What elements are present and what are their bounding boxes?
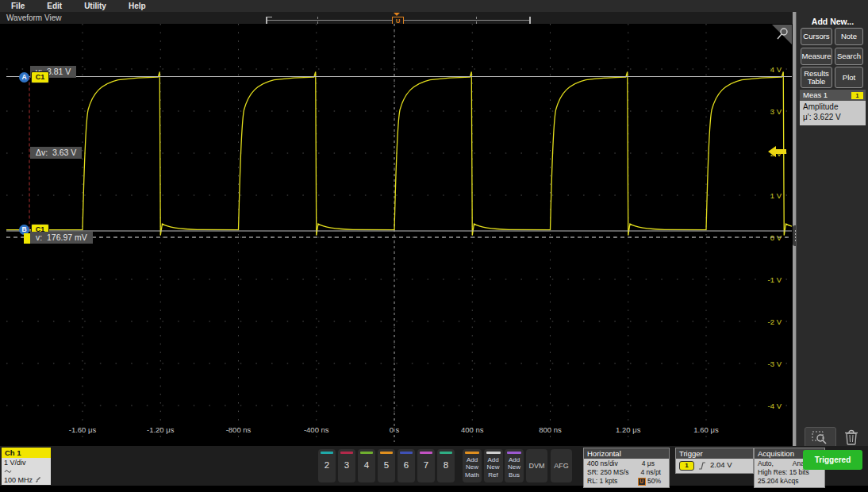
acq-mode: Auto, <box>758 459 774 468</box>
search-button[interactable]: Search <box>835 48 863 65</box>
x-axis-tick-label: -1.60 μs <box>69 425 97 434</box>
trigger-title: Trigger <box>676 448 753 459</box>
channel-button-8[interactable]: 8 <box>437 449 455 482</box>
x-axis-tick-label: 400 ns <box>461 425 484 434</box>
y-axis-tick-label: -3 V <box>768 359 782 368</box>
note-button[interactable]: Note <box>835 28 863 45</box>
channel-color-stripe <box>400 452 413 454</box>
trigger-source-badge: 1 <box>679 461 694 471</box>
channel-button-label: 6 <box>398 460 415 470</box>
view-title: Waveform View <box>6 13 61 22</box>
expansion-arrow-icon <box>394 13 400 16</box>
x-axis-tick-label: 0 s <box>390 425 400 434</box>
x-axis-tick-label: 1.60 μs <box>693 425 719 434</box>
y-axis-tick-label: -1 V <box>768 275 782 284</box>
sample-interval: 4 ns/pt <box>640 468 661 477</box>
cursor-a-source-badge[interactable]: C1 <box>31 71 49 83</box>
y-axis-tick-label: 4 V <box>770 65 782 74</box>
channel1-waveform <box>6 72 792 236</box>
hscale: 400 ns/div <box>587 459 618 468</box>
plot-button[interactable]: Plot <box>835 67 863 88</box>
y-axis-tick-label: -4 V <box>768 402 782 410</box>
x-axis-tick-label: -400 ns <box>304 425 329 434</box>
hspan: 4 μs <box>642 459 655 468</box>
x-axis-labels: -1.60 μs-1.20 μs-800 ns-400 ns0 s400 ns8… <box>69 425 719 434</box>
menu-bar: File Edit Utility Help <box>0 0 868 13</box>
add-new-color-stripe <box>507 452 521 454</box>
dvm-button[interactable]: DVM <box>526 449 547 482</box>
oscilloscope-screen: File Edit Utility Help Waveform View U T… <box>0 0 868 492</box>
rising-edge-icon <box>698 462 706 470</box>
channel-button-4[interactable]: 4 <box>358 449 375 482</box>
cursor-b-readout: v: 176.97 mV <box>30 232 93 244</box>
measurement-badge-body: Amplitude μ': 3.622 V <box>800 101 866 125</box>
y-axis-tick-label: 1 V <box>770 191 782 200</box>
channel-button-label: 4 <box>358 460 375 470</box>
waveform-plot[interactable]: 4 V3 V2 V1 V0 V-1 V-2 V-3 V-4 V -1.60 μs… <box>6 24 792 442</box>
channel-button-3[interactable]: 3 <box>338 449 355 482</box>
horizontal-position: 50% <box>647 477 661 485</box>
y-axis-labels: 4 V3 V2 V1 V0 V-1 V-2 V-3 V-4 V <box>768 65 782 410</box>
x-axis-tick-label: -1.20 μs <box>147 425 175 434</box>
measurement-type: Amplitude <box>803 102 862 113</box>
afg-button[interactable]: AFG <box>551 449 572 482</box>
results-table-button[interactable]: Results Table <box>801 67 832 88</box>
add-new-label: AddNewRef <box>484 456 503 479</box>
channel-color-stripe <box>340 452 353 454</box>
trash-icon <box>844 429 858 445</box>
measurement-badge[interactable]: Meas 1 1 Amplitude μ': 3.622 V <box>800 90 866 125</box>
measurement-source-tag: 1 <box>851 92 863 99</box>
channel1-scale: 1 V/div <box>4 459 48 467</box>
channel-color-stripe <box>321 452 333 454</box>
expansion-point-icon: U <box>638 478 646 486</box>
measure-button[interactable]: Measure <box>801 48 832 65</box>
channel-button-2[interactable]: 2 <box>318 449 336 482</box>
bracket-tick <box>317 17 318 24</box>
horizontal-badge[interactable]: Horizontal 400 ns/div4 μs SR: 250 MS/s4 … <box>583 448 670 488</box>
trigger-badge[interactable]: Trigger 1 2.04 V <box>675 448 754 474</box>
add-new-header: Add New... <box>797 17 868 26</box>
trash-button[interactable] <box>841 427 862 448</box>
channel-color-stripe <box>420 452 432 454</box>
add-new-math-button[interactable]: AddNewMath <box>463 449 482 482</box>
channel-button-label: 5 <box>378 460 395 470</box>
x-axis-tick-label: 800 ns <box>539 425 562 434</box>
menu-utility[interactable]: Utility <box>73 2 117 10</box>
channel1-badge[interactable]: Ch 1 1 V/div 100 MHz <box>2 448 51 485</box>
add-new-label: AddNewMath <box>463 456 482 479</box>
channel1-bandwidth: 100 MHz <box>4 476 48 485</box>
menu-file[interactable]: File <box>0 2 36 10</box>
add-new-bus-button[interactable]: AddNewBus <box>505 449 524 482</box>
channel-button-6[interactable]: 6 <box>398 449 415 482</box>
coupling-icon <box>4 468 12 474</box>
menu-help[interactable]: Help <box>117 2 157 10</box>
channel-button-5[interactable]: 5 <box>378 449 395 482</box>
y-axis-tick-label: 0 V <box>770 233 782 242</box>
bandwidth-icon <box>35 477 41 482</box>
x-axis-tick-label: -800 ns <box>226 425 252 434</box>
zoom-box-magnifier-icon <box>812 431 829 445</box>
channel-color-stripe <box>360 452 373 454</box>
channel-button-label: 8 <box>437 460 455 470</box>
menu-edit[interactable]: Edit <box>36 2 73 10</box>
measurement-badge-header: Meas 1 1 <box>800 90 866 101</box>
cursor-delta-readout: Δv: 3.63 V <box>30 147 82 159</box>
x-axis-tick-label: 1.20 μs <box>616 425 641 434</box>
record-length: RL: 1 kpts <box>587 477 617 486</box>
graticule <box>6 24 792 442</box>
trigger-level: 2.04 V <box>710 460 732 470</box>
add-new-label: AddNewBus <box>505 456 524 479</box>
channel-button-7[interactable]: 7 <box>417 449 435 482</box>
trigger-status-button[interactable]: Triggered <box>803 450 862 470</box>
cursor-a-badge[interactable]: A <box>19 72 29 83</box>
measurement-value: μ': 3.622 V <box>803 113 862 123</box>
cursors-button[interactable]: Cursors <box>801 28 832 45</box>
sample-rate: SR: 250 MS/s <box>587 468 628 477</box>
horizontal-body: 400 ns/div4 μs SR: 250 MS/s4 ns/pt RL: 1… <box>584 459 669 487</box>
channel-button-label: 3 <box>338 460 355 470</box>
channel-button-label: 7 <box>417 460 435 470</box>
horizontal-title: Horizontal <box>584 448 669 459</box>
add-new-ref-button[interactable]: AddNewRef <box>484 449 503 482</box>
add-new-color-stripe <box>465 452 479 454</box>
channel-button-label: 2 <box>318 460 336 470</box>
